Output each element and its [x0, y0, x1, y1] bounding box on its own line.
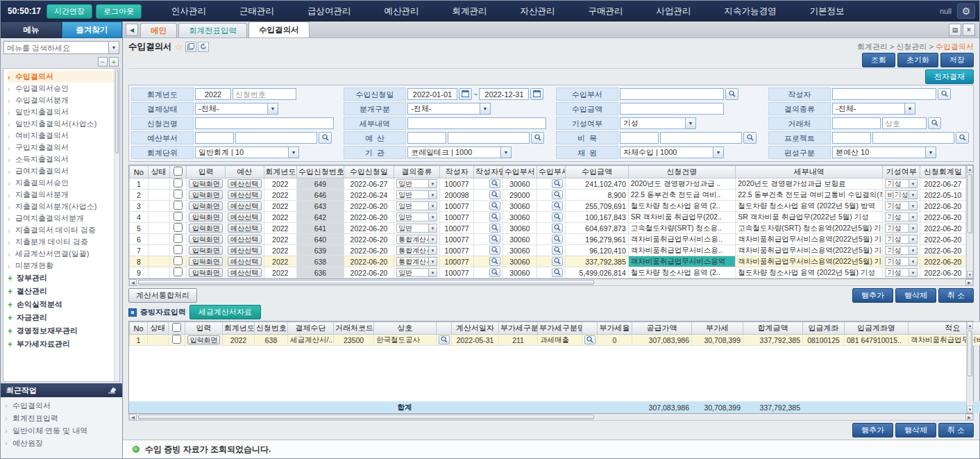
column-header-account[interactable]: 입금계좌	[803, 322, 845, 335]
data-row[interactable]: 2입력화면예산선택20226462022-06-24일반▼20009829000…	[130, 190, 966, 201]
column-header-total[interactable]: 합계금액	[743, 322, 803, 335]
cell-writer_name[interactable]	[474, 234, 502, 245]
sidebar-tab-menu[interactable]: 메뉴	[1, 22, 62, 38]
column-header-s1[interactable]	[437, 322, 452, 335]
budget-screen-button[interactable]: 예산선택	[228, 268, 262, 277]
column-header-req_no[interactable]: 신청번호	[255, 322, 288, 335]
data-row[interactable]: 6입력화면예산선택20226402022-06-20통합계산서▼10007730…	[130, 234, 966, 245]
cell-type[interactable]: 일반▼	[394, 267, 440, 278]
column-header-s2[interactable]	[582, 322, 598, 335]
search-button[interactable]	[552, 246, 563, 255]
cell-dept_name[interactable]	[537, 267, 565, 278]
reset-button[interactable]: 초기화	[897, 53, 938, 67]
type-select[interactable]: 통합계산서▼	[396, 235, 437, 244]
income-dept-input[interactable]	[620, 88, 724, 100]
budget-dept-search-button[interactable]	[319, 132, 332, 144]
project-name-input[interactable]	[872, 132, 954, 144]
budget-screen-button[interactable]: 예산선택	[228, 246, 262, 255]
cell-input[interactable]: 입력화면	[187, 223, 226, 234]
vendor-code-input[interactable]	[832, 117, 881, 129]
expense-item-search-button[interactable]	[743, 132, 757, 144]
budget-code-input[interactable]	[407, 132, 446, 144]
row-checkbox[interactable]	[174, 201, 183, 210]
input-screen-button[interactable]: 입력화면	[189, 257, 223, 266]
recent-item[interactable]: ›예산원장	[5, 437, 122, 449]
grid1-hscroll-thumb[interactable]	[138, 280, 594, 285]
cell-done[interactable]: 비기성▼	[883, 190, 920, 201]
cell-done[interactable]: 기성▼	[883, 212, 920, 223]
search-button[interactable]	[552, 268, 563, 277]
budget-screen-button[interactable]: 예산선택	[228, 257, 262, 266]
cell-done[interactable]: 기성▼	[883, 201, 920, 212]
column-header-title[interactable]: 신청건명	[628, 166, 735, 178]
tree-group[interactable]: +손익실적분석	[8, 298, 114, 311]
cell-input[interactable]: 입력화면	[187, 267, 226, 278]
grid1-delete-row-button[interactable]: 행삭제	[895, 288, 936, 303]
grid1-add-row-button[interactable]: 행추가	[852, 288, 893, 303]
favorite-star-icon[interactable]: ☆	[175, 42, 183, 52]
grid2-hscroll-thumb[interactable]	[138, 415, 594, 419]
cell-check[interactable]	[169, 212, 187, 223]
column-header-writer[interactable]: 작성자	[439, 166, 473, 178]
tree-item[interactable]: ›수입결의서분개	[8, 94, 114, 106]
electronic-approval-button[interactable]: 전자결재	[925, 69, 974, 84]
cell-check[interactable]	[169, 245, 187, 256]
tab-close-button[interactable]: ✕	[963, 24, 975, 36]
tree-item[interactable]: ›지출분개 데이터 검증	[8, 236, 114, 248]
tab-main[interactable]: 메인	[140, 23, 177, 37]
tree-scrollbar-thumb[interactable]	[115, 70, 119, 153]
done-select[interactable]: 비기성▼	[885, 190, 918, 199]
tree-group[interactable]: +경영정보재무관리	[8, 324, 114, 337]
data-row[interactable]: 5입력화면예산선택20226412022-06-20일반▼10007730060…	[130, 223, 966, 234]
done-select[interactable]: 기성▼	[885, 179, 918, 188]
request-detail-input[interactable]	[407, 117, 546, 129]
tree-group[interactable]: +결산관리	[8, 285, 114, 298]
extend-time-button[interactable]: 시간연장	[47, 4, 92, 19]
cell-s1[interactable]	[437, 335, 452, 346]
cell-check[interactable]	[169, 223, 187, 234]
cell-writer_name[interactable]	[474, 212, 502, 223]
tab-scroll-left-button[interactable]: ◀	[126, 24, 138, 36]
row-checkbox[interactable]	[174, 256, 183, 265]
project-search-button[interactable]	[956, 132, 969, 144]
data-row[interactable]: 8입력화면예산선택20226382022-06-20통합계산서▼10007730…	[130, 256, 966, 267]
recent-item[interactable]: ›수입결의서	[5, 399, 122, 412]
column-header-req_no[interactable]: 수입신청번호	[296, 166, 344, 178]
tree-item[interactable]: ›수입결의서승인	[8, 83, 114, 94]
column-header-done[interactable]: 기성여부	[883, 166, 920, 178]
top-menu-item[interactable]: 인사관리	[155, 1, 223, 22]
scroll-right-icon[interactable]: ▶	[965, 414, 973, 420]
grid1-hscrollbar[interactable]: ◀ ▶	[128, 279, 974, 286]
done-select[interactable]: 기성▼	[885, 224, 918, 233]
cell-done[interactable]: 기성▼	[883, 234, 920, 245]
tree-item[interactable]: ›일반지출결의서(사업소)	[8, 118, 114, 130]
cell-dept_name[interactable]	[537, 178, 565, 190]
cell-type[interactable]: 일반▼	[394, 201, 440, 212]
type-select[interactable]: 일반▼	[396, 268, 437, 277]
cell-writer_name[interactable]	[474, 223, 502, 234]
type-select[interactable]: 일반▼	[396, 190, 437, 199]
cell-input[interactable]: 입력화면	[187, 178, 226, 190]
tab-voucher-entry[interactable]: 회계전표입력	[178, 23, 247, 37]
search-button[interactable]	[439, 335, 450, 344]
done-select[interactable]: 기성▼	[885, 268, 918, 277]
query-button[interactable]: 조회	[862, 53, 895, 67]
grid2-cancel-button[interactable]: 취 소	[938, 423, 974, 437]
budget-dept-name-input[interactable]	[235, 132, 317, 144]
scroll-up-icon[interactable]: ▲	[967, 165, 973, 173]
logout-button[interactable]: 로그아웃	[96, 4, 142, 19]
cell-dept_name[interactable]	[537, 212, 565, 223]
budget-dept-code-input[interactable]	[195, 132, 234, 144]
writer-input[interactable]	[832, 88, 936, 100]
budget-screen-button[interactable]: 예산선택	[228, 179, 262, 188]
cell-dept_name[interactable]	[537, 234, 565, 245]
search-button[interactable]	[489, 268, 500, 277]
column-header-status[interactable]: 상태	[148, 166, 169, 178]
tree-item[interactable]: ›지출결의서 데이터 검증	[8, 224, 114, 236]
column-header-writer_name[interactable]: 작성자명	[474, 166, 502, 178]
column-header-acct_date[interactable]: 신청회계일	[920, 166, 965, 178]
sidebar-tab-favorites[interactable]: 즐겨찾기	[62, 22, 123, 38]
cell-dept_name[interactable]	[537, 256, 565, 267]
cell-type[interactable]: 통합계산서▼	[394, 245, 440, 256]
request-no-input[interactable]	[233, 88, 296, 100]
